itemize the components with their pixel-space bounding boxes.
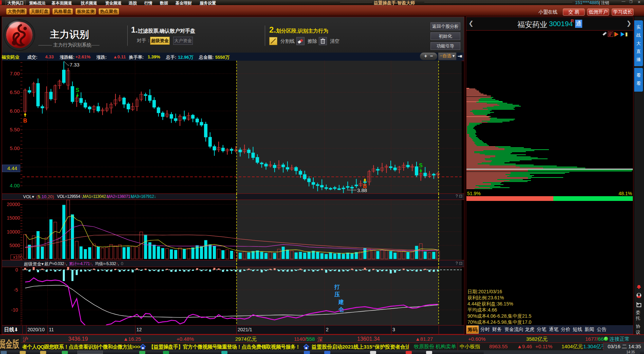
svg-text:B: B	[23, 118, 27, 124]
svg-text:7.33: 7.33	[70, 62, 79, 68]
svg-text:建: 建	[338, 299, 344, 305]
svg-text:S: S	[76, 87, 79, 93]
svg-text:仓: 仓	[338, 306, 344, 312]
svg-text:S: S	[419, 163, 423, 168]
svg-text:压: 压	[334, 292, 340, 297]
svg-text:打: 打	[334, 284, 340, 290]
svg-text:B: B	[363, 183, 367, 189]
